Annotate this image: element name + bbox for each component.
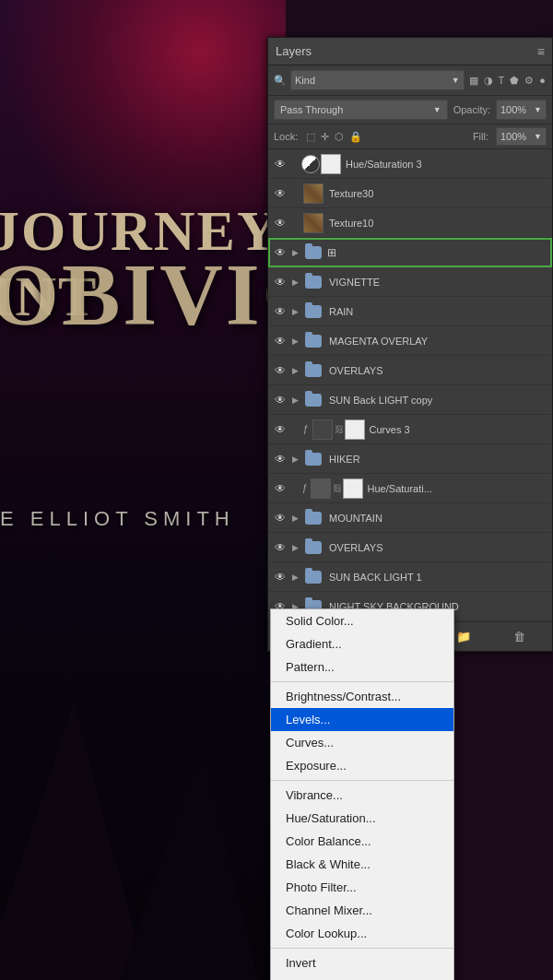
menu-item-black-white[interactable]: Black & White... [271,853,453,876]
menu-item-vibrance[interactable]: Vibrance... [271,784,453,807]
adjustment-filter-icon[interactable]: ◑ [483,74,494,88]
visibility-toggle[interactable]: 👁 [272,333,288,349]
expand-icon[interactable]: ▶ [288,541,301,554]
visibility-toggle[interactable]: 👁 [272,244,288,261]
layer-row[interactable]: 👁 ▶ VIGNETTE [268,267,552,297]
visibility-toggle[interactable]: 👁 [272,539,288,556]
layer-row[interactable]: 👁 ▶ MOUNTAIN [268,503,552,533]
visibility-toggle[interactable]: 👁 [272,156,288,172]
menu-item-brightness-contrast[interactable]: Brightness/Contrast... [271,685,453,708]
pixel-filter-icon[interactable]: ▦ [468,74,479,88]
blend-mode-dropdown[interactable]: Pass Through ▼ [274,100,448,120]
menu-item-color-balance[interactable]: Color Balance... [271,830,453,853]
folder-icon [305,512,322,525]
folder-icon [305,364,322,377]
layer-row[interactable]: 👁 Texture30 [268,179,552,208]
expand-icon[interactable]: ▶ [288,364,301,377]
folder-icon [305,571,322,584]
visibility-toggle[interactable]: 👁 [272,569,288,585]
folder-icon-container [303,508,324,528]
kind-dropdown[interactable]: Kind ▼ [290,70,465,90]
blend-mode-value: Pass Through [280,104,343,115]
fill-label: Fill: [473,131,488,142]
menu-separator [271,948,453,949]
visibility-toggle[interactable]: 👁 [272,480,288,497]
layer-type-icon [312,419,333,440]
expand-icon[interactable]: ▶ [288,571,301,584]
layer-row[interactable]: 👁 ▶ SUN BACK LIGHT 1 [268,562,552,592]
visibility-toggle[interactable]: 👁 [272,392,288,408]
lock-label: Lock: [274,131,298,142]
fx-tag: ƒ [302,483,308,493]
layer-row[interactable]: 👁 ▶ RAIN [268,297,552,326]
visibility-toggle[interactable]: 👁 [272,185,288,202]
opacity-input[interactable]: 100% ▼ [496,100,547,120]
visibility-toggle[interactable]: 👁 [272,303,288,320]
delete-layer-icon[interactable]: 🗑 [510,626,529,647]
expand-icon[interactable]: ▶ [288,305,301,318]
menu-item-color-lookup[interactable]: Color Lookup... [271,922,453,945]
expand-icon[interactable]: ▶ [288,246,301,259]
layer-thumbnail [303,183,324,204]
menu-item-hue-saturation[interactable]: Hue/Saturation... [271,807,453,830]
expand-icon [288,482,301,495]
search-toggle[interactable]: ● [538,74,547,87]
panel-header: Layers ≡ [268,38,552,65]
add-folder-icon[interactable]: 📁 [453,626,475,647]
visibility-toggle[interactable]: 👁 [272,421,288,438]
menu-item-exposure[interactable]: Exposure... [271,754,453,777]
menu-item-gradient[interactable]: Gradient... [271,632,453,655]
expand-icon [288,187,301,200]
search-bar: 🔍 Kind ▼ ▦ ◑ T ⬟ ⚙ ● [268,65,552,96]
fill-input[interactable]: 100% ▼ [496,127,547,146]
layer-row[interactable]: 👁 ƒ ⛓ Curves 3 [268,415,552,444]
shape-filter-icon[interactable]: ⬟ [509,74,520,88]
layer-row[interactable]: 👁 ▶ OVERLAYS [268,356,552,385]
menu-item-pattern[interactable]: Pattern... [271,655,453,679]
layer-row-highlighted[interactable]: 👁 ▶ ⊞ [268,238,552,267]
type-filter-icon[interactable]: T [498,74,506,87]
menu-separator [271,780,453,781]
menu-item-photo-filter[interactable]: Photo Filter... [271,876,453,899]
lock-all-icon[interactable]: 🔒 [348,130,363,144]
panel-menu-icon[interactable]: ≡ [537,44,545,59]
folder-icon [305,541,322,554]
menu-item-invert[interactable]: Invert [271,951,453,974]
folder-icon [305,453,322,466]
visibility-toggle[interactable]: 👁 [272,274,288,290]
lock-pixels-icon[interactable]: ⬚ [305,130,316,144]
bg-title-oblivion: OBIVIO [0,244,286,346]
layer-row[interactable]: 👁 ▶ SUN Back LIGHT copy [268,385,552,415]
folder-icon-container [303,537,324,558]
layer-symbol: ⊞ [327,246,336,259]
expand-icon[interactable]: ▶ [288,394,301,407]
layer-row[interactable]: 👁 ▶ OVERLAYS [268,533,552,562]
visibility-toggle[interactable]: 👁 [272,510,288,526]
folder-icon-container [303,390,324,410]
opacity-val: 100% [500,104,526,115]
menu-item-curves[interactable]: Curves... [271,731,453,754]
layer-row[interactable]: 👁 ▶ HIKER [268,444,552,474]
expand-icon[interactable]: ▶ [288,276,301,289]
folder-icon [305,305,322,318]
lock-artboard-icon[interactable]: ⬡ [334,130,345,144]
menu-item-levels[interactable]: Levels... [271,708,453,731]
folder-icon-container [303,272,324,292]
menu-item-channel-mixer[interactable]: Channel Mixer... [271,899,453,922]
expand-icon[interactable]: ▶ [288,512,301,525]
smart-filter-icon[interactable]: ⚙ [524,74,535,88]
visibility-toggle[interactable]: 👁 [272,451,288,467]
visibility-toggle[interactable]: 👁 [272,362,288,379]
folder-icon-container [303,331,324,351]
expand-icon[interactable]: ▶ [288,453,301,466]
layer-row[interactable]: 👁 Hue/Saturation 3 [268,149,552,179]
layer-row[interactable]: 👁 ▶ MAGENTA OVERLAY [268,326,552,356]
expand-icon[interactable]: ▶ [288,335,301,348]
menu-item-posterize[interactable]: Posterize... [271,974,453,980]
folder-icon-container [303,242,324,263]
menu-item-solid-color[interactable]: Solid Color... [271,609,453,632]
layer-row[interactable]: 👁 ƒ ⛓ Hue/Saturati... [268,474,552,503]
visibility-toggle[interactable]: 👁 [272,215,288,231]
layer-row[interactable]: 👁 Texture10 [268,208,552,238]
lock-move-icon[interactable]: ✛ [320,130,330,144]
